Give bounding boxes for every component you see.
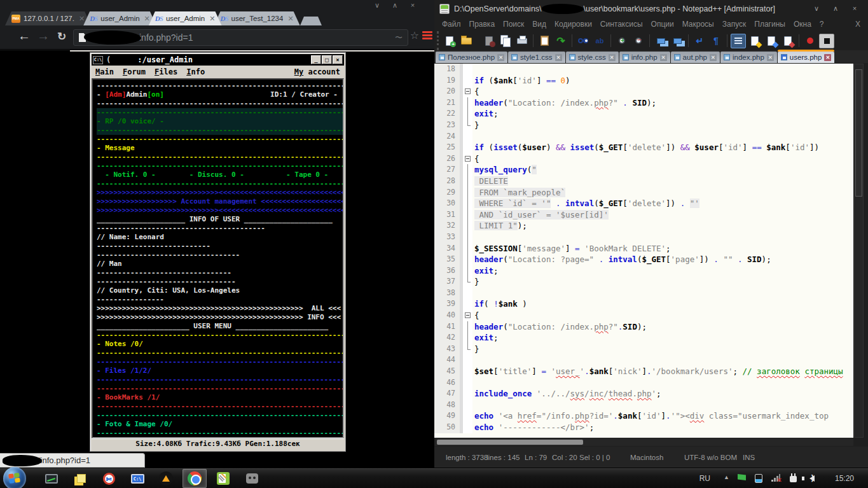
terminal-menu-item[interactable]: My account <box>294 66 340 78</box>
npp-menu-item[interactable]: Кодировки <box>555 20 592 29</box>
fold-margin[interactable] <box>463 265 472 277</box>
forward-icon[interactable]: → <box>37 29 50 43</box>
code-line[interactable]: 46 <box>434 377 853 389</box>
fold-margin[interactable] <box>463 310 472 321</box>
taskbar-app-sticky-notes[interactable] <box>68 469 92 488</box>
tab-close-icon[interactable]: ✕ <box>143 15 151 23</box>
file-tab-close-icon[interactable]: ✕ <box>497 54 504 61</box>
fold-margin[interactable] <box>463 64 472 75</box>
code-line[interactable]: 24 <box>434 131 853 143</box>
code-line[interactable]: 44 <box>434 354 853 366</box>
code-line[interactable]: 27mysql_query(" <box>434 164 853 176</box>
code-line[interactable]: 40{ <box>434 310 853 321</box>
clock[interactable]: 15:20 <box>835 474 854 483</box>
doc-lightning-icon[interactable] <box>747 34 762 48</box>
fold-margin[interactable] <box>463 153 472 165</box>
browser-close-icon[interactable]: × <box>404 1 422 9</box>
fold-margin[interactable] <box>463 388 472 400</box>
code-line[interactable]: 50echo '------------</br>'; <box>434 422 853 433</box>
fold-margin[interactable] <box>463 276 472 288</box>
code-line[interactable]: 43} <box>434 344 853 355</box>
start-button[interactable] <box>3 467 26 488</box>
fold-margin[interactable] <box>463 377 472 389</box>
browser-tab[interactable]: PMA127.0.0.1 / 127.✕ <box>5 11 91 25</box>
code-line[interactable]: 34$_SESSION['message'] = 'BookMark DELET… <box>434 243 853 254</box>
redo-icon[interactable]: ↷ <box>553 34 568 48</box>
code-line[interactable]: 29 FROM `mark_people` <box>434 187 853 199</box>
saveall-icon[interactable] <box>498 34 513 48</box>
code-line[interactable]: 25if (isset($user) && isset($_GET['delet… <box>434 142 853 153</box>
file-tab-close-icon[interactable]: ✕ <box>660 54 667 61</box>
fold-margin[interactable] <box>463 232 472 243</box>
taskbar-app-screenshot-tool[interactable]: ✄ <box>97 469 121 488</box>
code-line[interactable]: 39if( !$ank ) <box>434 298 853 310</box>
browser-minimize-icon[interactable]: ∨ <box>368 1 386 10</box>
pilcrow-icon[interactable]: ¶ <box>708 34 724 48</box>
fold-margin[interactable] <box>463 176 472 187</box>
file-tab[interactable]: Полезное.php✕ <box>436 52 507 63</box>
fold-margin[interactable] <box>463 321 472 333</box>
browser-menu-icon[interactable] <box>422 31 432 41</box>
fold-margin[interactable] <box>463 354 472 366</box>
save-icon[interactable] <box>481 34 497 48</box>
vertical-scrollbar-thumb[interactable] <box>855 69 862 197</box>
file-tab-close-icon[interactable]: ✕ <box>609 54 616 61</box>
code-line[interactable]: 19if ($ank['id'] == 0) <box>434 75 853 87</box>
code-line[interactable]: 47include_once '../../sys/inc/thead.php'… <box>434 388 853 400</box>
tab-close-icon[interactable]: ✕ <box>208 15 216 23</box>
code-line[interactable]: 33 <box>434 232 853 243</box>
terminal-menu-item[interactable]: Info <box>186 66 205 78</box>
language-indicator[interactable]: RU <box>699 474 710 483</box>
speaker-icon[interactable] <box>809 475 815 482</box>
bookmark-star-icon[interactable]: ☆ <box>410 31 419 41</box>
hidden-icons-arrow[interactable]: ▲ <box>724 474 729 480</box>
fold-margin[interactable] <box>463 164 472 176</box>
fold-margin[interactable] <box>463 198 472 209</box>
power-plug-icon[interactable] <box>790 476 797 482</box>
address-bar[interactable]: info.php?id=1 〜 <box>73 29 408 46</box>
zoomout-icon[interactable]: − <box>631 34 646 48</box>
npp-minimize-icon[interactable]: ∨ <box>807 4 826 13</box>
tab-close-icon[interactable]: ✕ <box>78 15 86 23</box>
code-line[interactable]: 23} <box>434 120 853 131</box>
openserver-flag-icon[interactable] <box>738 474 746 480</box>
code-line[interactable]: 35header("Location: ?page=" . intval($_G… <box>434 254 853 265</box>
code-line[interactable]: 30 WHERE `id` = '" . intval($_GET['delet… <box>434 198 853 209</box>
taskbar-app-console[interactable]: C:\ <box>125 469 149 488</box>
file-tab-close-icon[interactable]: ✕ <box>555 54 562 61</box>
code-line[interactable]: 45$set['title'] = 'user_'.$ank['nick'].'… <box>434 366 853 377</box>
open-icon[interactable] <box>458 34 474 48</box>
code-line[interactable]: 22exit; <box>434 108 853 120</box>
fold-margin[interactable] <box>463 120 472 131</box>
fold-margin[interactable] <box>463 220 472 232</box>
npp-menu-item[interactable]: Файл <box>442 20 461 29</box>
guide-icon[interactable] <box>731 34 746 48</box>
fold-margin[interactable] <box>463 75 472 87</box>
file-tab-close-icon[interactable]: ✕ <box>767 54 774 61</box>
fold-margin[interactable] <box>463 344 472 355</box>
fold-margin[interactable] <box>463 410 472 422</box>
npp-menu-item[interactable]: Запуск <box>722 20 747 29</box>
npp-menu-item[interactable]: Синтаксисы <box>600 20 643 29</box>
fold-margin[interactable] <box>463 366 472 377</box>
code-line[interactable]: 20{ <box>434 86 853 97</box>
code-line[interactable]: 37} <box>434 276 853 288</box>
url-text[interactable]: info.php?id=1 <box>139 32 193 43</box>
npp-menu-item[interactable]: Макросы <box>682 20 714 29</box>
code-line[interactable]: 41header("Location: /index.php?".SID); <box>434 321 853 333</box>
npp-doc-close-icon[interactable]: X <box>855 20 860 29</box>
horizontal-scrollbar[interactable] <box>434 438 853 446</box>
file-tab[interactable]: aut.php✕ <box>671 52 720 63</box>
print-icon[interactable] <box>514 34 530 48</box>
fold-margin[interactable] <box>463 86 472 97</box>
find-icon[interactable] <box>575 34 591 48</box>
bin-icon[interactable] <box>755 474 762 483</box>
fold-margin[interactable] <box>463 108 472 120</box>
fold-margin[interactable] <box>463 332 472 344</box>
file-tab[interactable]: info.php✕ <box>619 52 670 63</box>
fold-margin[interactable] <box>463 288 472 299</box>
code-line[interactable]: 38 <box>434 288 853 299</box>
network-icon[interactable] <box>771 474 780 482</box>
monitors1-icon[interactable] <box>653 34 668 48</box>
code-line[interactable]: 42exit; <box>434 332 853 344</box>
